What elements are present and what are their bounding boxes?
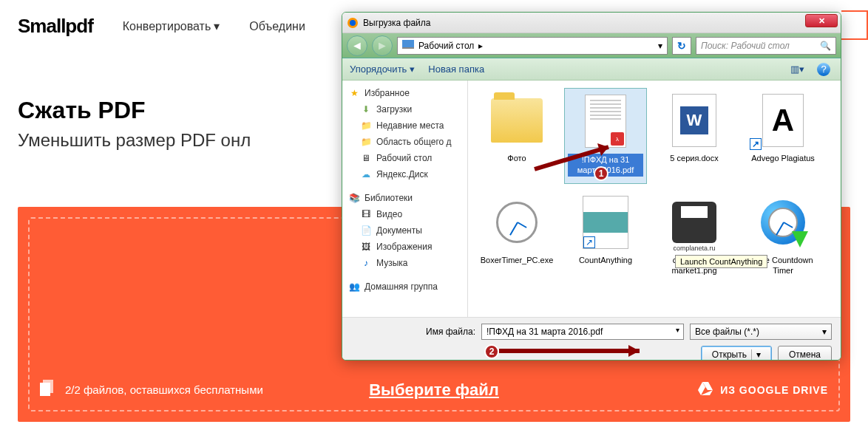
shared-icon: 📁 <box>360 136 372 148</box>
files-icon <box>40 380 56 400</box>
google-drive-icon <box>698 382 713 397</box>
file-item-countanything[interactable]: ↗ CountAnything <box>564 190 647 286</box>
sidebar-images[interactable]: 🖼Изображения <box>342 239 467 255</box>
organize-menu[interactable]: Упорядочить▾ <box>350 64 415 75</box>
chevron-right-icon: ▸ <box>478 41 483 51</box>
nav-convert[interactable]: Конвертировать▾ <box>123 19 220 33</box>
sidebar-lib-label: Библиотеки <box>365 193 413 203</box>
file-item-word[interactable]: W 5 серия.docx <box>653 88 736 184</box>
nav-merge-label: Объедини <box>249 20 305 33</box>
cloud-icon: ☁ <box>360 168 372 180</box>
letter-a-icon: A↗ <box>762 94 804 147</box>
from-google-drive[interactable]: ИЗ GOOGLE DRIVE <box>698 382 828 397</box>
cancel-button[interactable]: Отмена <box>778 346 832 361</box>
desktop-icon <box>402 40 414 51</box>
dialog-toolbar: Упорядочить▾ Новая папка ▥▾ ? <box>342 58 841 81</box>
sidebar-video[interactable]: 🎞Видео <box>342 206 467 222</box>
arrow-right-icon: ► <box>376 39 388 52</box>
folder-icon <box>491 98 543 143</box>
file-grid: Фото λ !ПФХД на 31 марта 2016.pdf W 5 се… <box>468 81 841 317</box>
desktop-icon: 🖥 <box>360 152 372 164</box>
sidebar-recent[interactable]: 📁Недавние места <box>342 117 467 134</box>
view-icon: ▥ <box>790 64 799 75</box>
sidebar-downloads[interactable]: ⬇Загрузки <box>342 101 467 117</box>
svg-rect-1 <box>40 383 50 396</box>
view-mode-button[interactable]: ▥▾ <box>787 62 807 77</box>
chevron-down-icon: ▾ <box>822 327 827 337</box>
document-icon: 📄 <box>360 225 372 236</box>
breadcrumb-text: Рабочий стол <box>418 41 474 51</box>
chevron-down-icon: ▾ <box>410 64 415 75</box>
image-icon: 🖼 <box>360 241 372 253</box>
file-filter-select[interactable]: Все файлы (*.*)▾ <box>690 324 832 340</box>
annotation-arrow-2 <box>492 340 654 361</box>
file-item-folder[interactable]: Фото <box>475 88 558 184</box>
organize-label: Упорядочить <box>350 64 407 75</box>
sidebar-favorites[interactable]: ★Избранное <box>342 85 467 101</box>
recent-icon: 📁 <box>360 120 372 132</box>
chevron-down-icon: ▾ <box>751 349 761 360</box>
help-button[interactable]: ? <box>814 62 833 77</box>
close-button[interactable]: ✕ <box>805 14 838 27</box>
file-item-countdown[interactable]: Free Countdown Timer <box>742 190 824 286</box>
refresh-icon: ↻ <box>677 40 686 52</box>
tooltip: Launch CountAnything <box>675 255 767 268</box>
nav-merge[interactable]: Объедини <box>249 19 305 33</box>
firefox-icon <box>347 17 359 29</box>
sidebar-documents[interactable]: 📄Документы <box>342 222 467 239</box>
back-button[interactable]: ◄ <box>347 35 367 56</box>
chevron-down-icon[interactable]: ▾ <box>658 41 662 51</box>
library-icon: 📚 <box>348 192 360 204</box>
screenshot-icon: ↗ <box>583 196 628 249</box>
homegroup-icon: 👥 <box>348 281 360 293</box>
filename-input[interactable] <box>481 324 684 340</box>
sidebar-homegroup[interactable]: 👥Домашняя группа <box>342 279 467 295</box>
forward-button[interactable]: ► <box>372 35 393 56</box>
main-nav: Конвертировать▾ Объедини <box>123 19 305 33</box>
music-icon: ♪ <box>360 257 372 269</box>
search-input[interactable]: Поиск: Рабочий стол 🔍 <box>696 37 836 55</box>
clock-icon <box>496 202 538 243</box>
dialog-titlebar: Выгрузка файла ✕ <box>342 13 841 33</box>
file-upload-dialog: Выгрузка файла ✕ ◄ ► Рабочий стол ▸ ▾ ↻ … <box>342 12 841 361</box>
breadcrumb[interactable]: Рабочий стол ▸ ▾ <box>397 37 668 55</box>
help-icon: ? <box>817 63 830 76</box>
word-icon: W <box>672 94 716 147</box>
file-item-cropped[interactable]: complaneta.ru cropped-pc-market1.png <box>653 190 736 286</box>
svg-rect-8 <box>402 47 414 49</box>
sidebar-home-label: Домашняя группа <box>365 281 438 292</box>
sidebar-music[interactable]: ♪Музыка <box>342 255 467 271</box>
search-icon: 🔍 <box>820 41 831 51</box>
file-item-boxertimer[interactable]: BoxerTimer_PC.exe <box>475 190 558 286</box>
printer-icon <box>672 202 716 243</box>
annotation-badge-2: 2 <box>484 344 499 359</box>
svg-rect-7 <box>402 40 414 47</box>
dialog-footer: Имя файла: ▾ Все файлы (*.*)▾ 2 Открыть▾… <box>342 317 841 361</box>
dialog-navbar: ◄ ► Рабочий стол ▸ ▾ ↻ Поиск: Рабочий ст… <box>342 33 841 58</box>
download-icon: ⬇ <box>360 103 372 115</box>
open-button[interactable]: Открыть▾ <box>701 346 772 361</box>
chevron-down-icon[interactable]: ▾ <box>676 326 679 334</box>
sidebar-libraries[interactable]: 📚Библиотеки <box>342 190 467 206</box>
page-frame-accent <box>841 10 868 40</box>
files-remaining-text: 2/2 файлов, оставшихся бесплатными <box>65 383 263 396</box>
sidebar-desktop[interactable]: 🖥Рабочий стол <box>342 150 467 166</box>
chevron-down-icon: ▾ <box>214 19 220 33</box>
annotation-badge-1: 1 <box>594 166 608 181</box>
new-folder-button[interactable]: Новая папка <box>428 64 484 75</box>
choose-file-link[interactable]: Выберите файл <box>369 380 499 400</box>
new-folder-label: Новая папка <box>428 64 484 75</box>
close-icon: ✕ <box>818 16 825 26</box>
sidebar-fav-label: Избранное <box>365 88 410 98</box>
shortcut-icon: ↗ <box>583 236 595 248</box>
filename-label: Имя файла: <box>426 327 475 337</box>
shortcut-icon: ↗ <box>750 138 762 150</box>
sidebar-yandex[interactable]: ☁Яндекс.Диск <box>342 166 467 182</box>
pdf-icon: λ <box>585 95 626 148</box>
arrow-left-icon: ◄ <box>351 39 363 52</box>
file-item-advego[interactable]: A↗ Advego Plagiatus <box>742 88 824 184</box>
dialog-title: Выгрузка файла <box>363 18 836 28</box>
sidebar-shared[interactable]: 📁Область общего д <box>342 134 467 150</box>
refresh-button[interactable]: ↻ <box>672 37 691 55</box>
gdrive-label: ИЗ GOOGLE DRIVE <box>720 384 828 396</box>
